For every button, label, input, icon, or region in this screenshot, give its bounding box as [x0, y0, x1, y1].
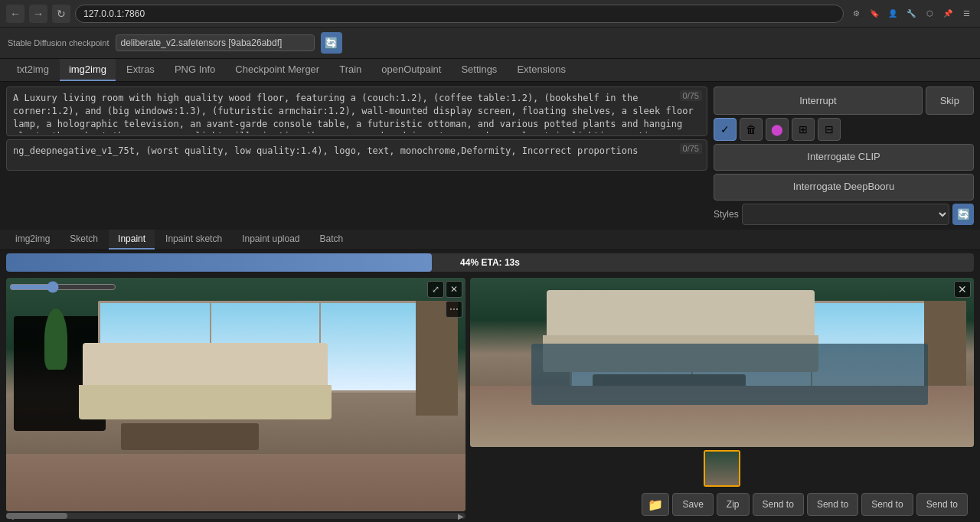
subtab-batch[interactable]: Batch [311, 230, 353, 250]
browser-chrome: ← → ↻ 127.0.0.1:7860 ⚙ 🔖 👤 🔧 ⬡ 📌 ☰ [0, 0, 980, 28]
canvas-scrollbar[interactable]: ◀ ▶ [6, 513, 466, 519]
images-section: ⤢ ✕ ⋯ [0, 275, 980, 522]
interrogate-deepbooru-row: Interrogate DeepBooru [714, 174, 974, 201]
scroll-right-arrow[interactable]: ▶ [458, 512, 464, 520]
address-bar[interactable]: 127.0.0.1:7860 [75, 5, 844, 23]
checkpoint-select[interactable]: deliberate_v2.safetensors [9aba26abdf] [116, 34, 315, 51]
controls-panel: Interrupt Skip ✓ 🗑 ⬤ ⊞ ⊟ Interrogate CLI… [714, 86, 974, 225]
ext-icon-5: ⬡ [922, 6, 937, 21]
ext-icon-4: 🔧 [903, 6, 919, 21]
main-area: A Luxury living room with high quality w… [0, 82, 980, 522]
negative-prompt-textarea[interactable]: ng_deepnegative_v1_75t, (worst quality, … [7, 140, 707, 168]
send-to-button-1[interactable]: Send to [753, 493, 804, 516]
refresh-checkpoint-button[interactable]: 🔄 [321, 32, 342, 54]
positive-token-count: 0/75 [680, 90, 702, 101]
action-buttons: 📁 Save Zip Send to Send to Send to Send … [470, 490, 974, 519]
tab-txt2img[interactable]: txt2img [8, 59, 58, 81]
sofa-back [83, 343, 328, 389]
interrupt-button[interactable]: Interrupt [714, 86, 923, 115]
send-to-button-4[interactable]: Send to [916, 493, 968, 516]
close-output-button[interactable]: ✕ [954, 281, 971, 298]
subtab-inpaint-upload[interactable]: Inpaint upload [233, 230, 309, 250]
main-nav-tabs: txt2img img2img Extras PNG Info Checkpoi… [0, 59, 980, 82]
checkpoint-label: Stable Diffusion checkpoint [8, 38, 109, 47]
interrogate-deepbooru-button[interactable]: Interrogate DeepBooru [714, 174, 974, 201]
bookshelf [416, 301, 458, 416]
progress-bar-container: 44% ETA: 13s [6, 253, 974, 272]
top-bar: Stable Diffusion checkpoint deliberate_v… [0, 28, 980, 59]
plant [44, 308, 67, 370]
thumbnail-image [705, 452, 739, 485]
browser-icons: ⚙ 🔖 👤 🔧 ⬡ 📌 ☰ [848, 6, 974, 21]
tool-checkmark-button[interactable]: ✓ [714, 118, 737, 141]
ext-icon-3: 👤 [885, 6, 900, 21]
input-panel: ⤢ ✕ ⋯ [6, 278, 466, 519]
progress-text: 44% ETA: 13s [460, 257, 520, 268]
sofa-seat [79, 385, 332, 419]
styles-select[interactable] [742, 204, 949, 225]
coffee-table [121, 423, 259, 450]
send-to-button-2[interactable]: Send to [807, 493, 858, 516]
interrogate-clip-button[interactable]: Interrogate CLIP [714, 144, 974, 171]
skip-button[interactable]: Skip [926, 86, 974, 115]
subtab-inpaint[interactable]: Inpaint [109, 230, 155, 250]
tool-icons-row: ✓ 🗑 ⬤ ⊞ ⊟ [714, 118, 974, 141]
back-button[interactable]: ← [6, 5, 24, 23]
negative-token-count: 0/75 [680, 143, 702, 154]
progress-bar-fill [6, 253, 432, 272]
subtab-img2img[interactable]: img2img [6, 230, 59, 250]
output-rug [531, 344, 928, 405]
output-image-container: ✕ [470, 278, 974, 447]
canvas-close-button[interactable]: ✕ [446, 281, 462, 298]
save-button[interactable]: Save [672, 493, 713, 516]
output-room-image [470, 278, 974, 447]
tool-trash-button[interactable]: 🗑 [740, 118, 763, 141]
ext-icon-1: ⚙ [848, 6, 864, 21]
canvas-toolbar: ⤢ ✕ [427, 281, 462, 298]
positive-prompt-textarea[interactable]: A Luxury living room with high quality w… [7, 87, 707, 133]
tab-checkpoint-merger[interactable]: Checkpoint Merger [226, 59, 328, 81]
ext-icon-2: 🔖 [867, 6, 882, 21]
styles-container: Styles 🔄 [714, 204, 974, 225]
send-to-button-3[interactable]: Send to [861, 493, 913, 516]
ext-icon-6: 📌 [940, 6, 956, 21]
subtab-sketch[interactable]: Sketch [60, 230, 107, 250]
app: Stable Diffusion checkpoint deliberate_v… [0, 28, 980, 522]
tab-train[interactable]: Train [330, 59, 371, 81]
thumbnail-strip [470, 447, 974, 490]
negative-prompt-box: ng_deepnegative_v1_75t, (worst quality, … [6, 139, 707, 171]
styles-apply-button[interactable]: 🔄 [952, 204, 974, 225]
floor [6, 454, 466, 511]
input-image-canvas[interactable]: ⤢ ✕ ⋯ [6, 278, 466, 511]
tab-img2img[interactable]: img2img [60, 59, 116, 81]
zip-button[interactable]: Zip [717, 493, 750, 516]
canvas-resize-button[interactable]: ⤢ [427, 281, 444, 298]
forward-button[interactable]: → [29, 5, 47, 23]
tool-crop-button[interactable]: ⊞ [792, 118, 815, 141]
tab-settings[interactable]: Settings [452, 59, 506, 81]
tool-image-button[interactable]: ⊟ [818, 118, 841, 141]
output-sofa-back [547, 290, 815, 340]
sub-tabs: img2img Sketch Inpaint Inpaint sketch In… [0, 230, 980, 250]
gen-btn-group: Interrupt Skip [714, 86, 974, 115]
brush-size-slider[interactable] [9, 281, 116, 293]
canvas-extra-button[interactable]: ⋯ [446, 301, 462, 318]
tab-png-info[interactable]: PNG Info [165, 59, 224, 81]
tool-color-button[interactable]: ⬤ [766, 118, 789, 141]
room-image [6, 278, 466, 511]
subtab-inpaint-sketch[interactable]: Inpaint sketch [156, 230, 231, 250]
refresh-button[interactable]: ↻ [52, 5, 70, 23]
interrogate-btn-row: Interrogate CLIP [714, 144, 974, 171]
tab-open-outpaint[interactable]: openOutpaint [372, 59, 450, 81]
open-folder-button[interactable]: 📁 [642, 493, 669, 516]
ext-icon-7: ☰ [959, 6, 974, 21]
output-thumbnail[interactable] [704, 450, 740, 487]
scrollbar-thumb[interactable] [6, 513, 67, 519]
tab-extensions[interactable]: Extensions [508, 59, 575, 81]
prompt-section: A Luxury living room with high quality w… [0, 82, 980, 230]
positive-prompt-box: A Luxury living room with high quality w… [6, 86, 707, 136]
folder-icon: 📁 [648, 498, 663, 512]
tab-extras[interactable]: Extras [117, 59, 164, 81]
prompt-left: A Luxury living room with high quality w… [6, 86, 707, 225]
styles-label: Styles [714, 209, 739, 220]
